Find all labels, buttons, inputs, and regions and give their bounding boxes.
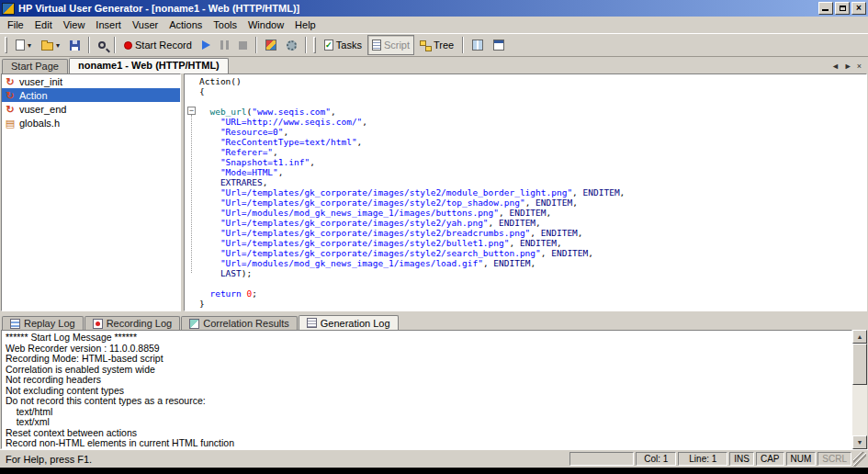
find-button[interactable] xyxy=(94,35,110,55)
menu-insert[interactable]: Insert xyxy=(90,17,127,32)
tab-correlation-results[interactable]: Correlation Results xyxy=(181,316,298,330)
toolbar-separator xyxy=(114,37,116,53)
app-window: HP Virtual User Generator - [noname1 - W… xyxy=(0,0,868,468)
search-icon xyxy=(98,41,106,49)
code-token xyxy=(199,198,220,208)
open-folder-icon xyxy=(41,42,53,51)
tree-view-button[interactable]: Tree xyxy=(415,35,458,55)
code-token: "URL=http://www.seqis.com/" xyxy=(220,117,362,127)
tab-start-page[interactable]: Start Page xyxy=(2,59,68,73)
restore-button[interactable] xyxy=(835,2,850,15)
script-label: Script xyxy=(384,40,410,51)
tab-scroll-right-icon[interactable]: ► xyxy=(844,62,852,71)
start-record-button[interactable]: Start Record xyxy=(119,35,197,55)
code-token: return xyxy=(209,288,241,299)
minimize-button[interactable] xyxy=(818,2,833,15)
code-token: "Url=/templates/gk_corporate/images/styl… xyxy=(220,228,530,238)
toolbar-separator xyxy=(305,37,307,53)
stop-button[interactable] xyxy=(234,35,252,55)
sidebar-item-globals-h[interactable]: globals.h xyxy=(2,116,180,130)
stop-icon xyxy=(239,41,247,50)
status-col-1: Col: 1 xyxy=(636,452,676,466)
code-token: , xyxy=(357,137,363,147)
menu-window[interactable]: Window xyxy=(242,17,289,32)
resize-grip[interactable] xyxy=(853,452,866,467)
app-icon xyxy=(2,3,15,15)
code-line: "Url=/modules/mod_gk_news_image_1/images… xyxy=(199,258,866,268)
menu-tools[interactable]: Tools xyxy=(208,17,242,32)
new-script-button[interactable]: ▾ xyxy=(11,35,36,55)
code-token xyxy=(199,137,220,147)
menu-edit[interactable]: Edit xyxy=(29,17,58,32)
sidebar-item-vuser-end[interactable]: vuser_end xyxy=(2,102,180,116)
runtime-settings-button[interactable] xyxy=(282,35,301,55)
toolbar-grip[interactable] xyxy=(313,37,316,53)
tab-replay-log[interactable]: Replay Log xyxy=(2,316,84,330)
toolbar-separator xyxy=(462,37,464,53)
status-pane xyxy=(569,452,634,466)
code-token: "Url=/templates/gk_corporate/images/styl… xyxy=(220,187,572,198)
chevron-down-icon: ▾ xyxy=(56,41,60,50)
code-token: , xyxy=(278,167,284,177)
pause-button[interactable] xyxy=(216,35,233,55)
menu-help[interactable]: Help xyxy=(289,17,321,32)
menu-vuser[interactable]: Vuser xyxy=(127,17,163,32)
recording-options-button[interactable] xyxy=(261,35,281,55)
status-cap: CAP xyxy=(756,452,784,466)
chevron-down-icon: ▾ xyxy=(28,41,31,50)
code-token: "Url=/modules/mod_gk_news_image_1/images… xyxy=(220,208,499,218)
tab-noname1-web-http-html[interactable]: noname1 - Web (HTTP/HTML) xyxy=(69,58,229,73)
code-token xyxy=(199,288,209,299)
menu-view[interactable]: View xyxy=(58,17,91,32)
status-message: For Help, press F1. xyxy=(6,454,92,465)
code-token xyxy=(199,167,220,177)
window-layout-button[interactable] xyxy=(489,35,509,55)
document-tabs: Start Pagenoname1 - Web (HTTP/HTML) xyxy=(2,58,230,73)
fold-toggle[interactable]: − xyxy=(187,107,196,115)
tab-scroll-left-icon[interactable]: ◄ xyxy=(831,62,840,71)
code-token: "Url=/modules/mod_gk_news_image_1/images… xyxy=(220,258,483,268)
code-token: ; xyxy=(252,288,257,299)
gear-icon xyxy=(287,40,297,51)
tab-close-icon[interactable]: × xyxy=(857,62,862,71)
run-vuser-button[interactable] xyxy=(197,35,215,55)
toolbar-grip[interactable] xyxy=(5,37,7,53)
code-token: ENDITEM xyxy=(499,218,535,228)
sidebar-item-vuser-init[interactable]: vuser_init xyxy=(2,74,180,88)
code-token: ENDITEM xyxy=(493,258,530,268)
scroll-up-icon[interactable]: ▲ xyxy=(852,330,867,344)
code-token: , xyxy=(572,198,578,208)
scrollbar-thumb[interactable] xyxy=(852,344,867,385)
scrollbar-track[interactable] xyxy=(852,344,867,435)
code-token: "Url=/templates/gk_corporate/images/styl… xyxy=(220,218,489,228)
tab-recording-log[interactable]: Recording Log xyxy=(85,316,181,330)
scroll-down-icon[interactable]: ▼ xyxy=(852,435,867,449)
code-editor[interactable]: − Action(){ web_url("www.seqis.com", "UR… xyxy=(184,73,867,311)
code-token: ENDITEM xyxy=(509,208,546,218)
code-line: "RecContentType=text/html", xyxy=(199,137,866,147)
script-view-button[interactable]: Script xyxy=(367,35,414,55)
code-line: { xyxy=(199,86,866,96)
layout-icon xyxy=(493,40,504,51)
status-cells: Col: 1Line: 1INSCAPNUMSCRL xyxy=(569,452,851,466)
tab-generation-log[interactable]: Generation Log xyxy=(299,315,399,330)
menu-file[interactable]: File xyxy=(2,17,29,32)
new-file-icon xyxy=(16,40,25,51)
code-line: web_url("www.seqis.com", xyxy=(199,107,866,117)
code-token: "www.seqis.com" xyxy=(252,107,331,117)
generation-log-icon xyxy=(307,318,317,328)
code-token xyxy=(199,218,220,228)
menu-actions[interactable]: Actions xyxy=(163,17,208,32)
code-token: , xyxy=(273,147,278,157)
sidebar-item-label: Action xyxy=(19,90,48,101)
code-token: , xyxy=(530,258,535,268)
code-line: "Url=/templates/gk_corporate/images/styl… xyxy=(199,218,866,228)
save-button[interactable] xyxy=(65,35,85,55)
sidebar-item-action[interactable]: Action xyxy=(2,88,180,102)
tasks-button[interactable]: ✓Tasks xyxy=(320,35,366,55)
thumbnail-view-button[interactable] xyxy=(468,35,488,55)
close-button[interactable] xyxy=(851,2,866,15)
log-scrollbar[interactable]: ▲ ▼ xyxy=(852,330,867,449)
code-line: EXTRARES, xyxy=(199,177,866,187)
open-button[interactable]: ▾ xyxy=(37,35,64,55)
